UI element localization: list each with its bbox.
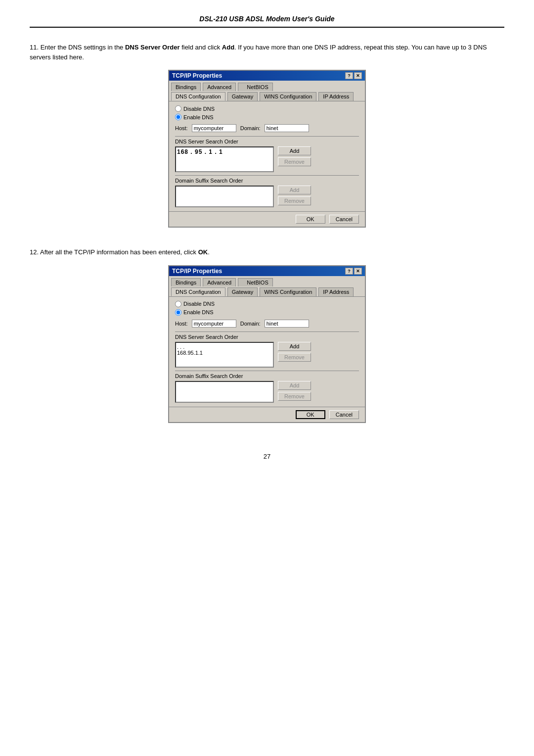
dialog1-tabs-row2: DNS Configuration Gateway WINS Configura… [171, 92, 363, 101]
dialog1-footer: OK Cancel [169, 211, 365, 227]
dialog2-dns-input-row: . . . 168.95.1.1 Add Remove [175, 342, 359, 368]
dialog1-help-btn[interactable]: ? [345, 72, 353, 79]
dialog2-dns-entry: 168.95.1.1 [177, 350, 272, 356]
dialog2-tabs-row2: DNS Configuration Gateway WINS Configura… [171, 287, 363, 296]
tab-gateway[interactable]: Gateway [227, 92, 258, 101]
dialog1-tabs-container: Bindings Advanced NetBIOS DNS Configurat… [169, 81, 365, 101]
domain-label: Domain: [240, 125, 261, 131]
dialog1-tabs-row1: Bindings Advanced NetBIOS [171, 83, 363, 91]
tab2-netbios[interactable]: NetBIOS [238, 278, 273, 286]
enable-dns-radio[interactable] [175, 114, 181, 120]
dialog1-enable-dns-row: Enable DNS [175, 114, 359, 120]
dialog2-titlebar-buttons: ? ✕ [345, 268, 362, 275]
dialog2-add-btn2[interactable]: Add [278, 381, 311, 390]
dialog1-suffix-input-row: Add Remove [175, 186, 359, 207]
dialog1-dns-input-row: 168 . 95 . 1 . 1 Add Remove [175, 146, 359, 172]
dialog1-dns-server-group: DNS Server Search Order 168 . 95 . 1 . 1… [175, 136, 359, 172]
tab2-ip-address[interactable]: IP Address [318, 287, 354, 296]
tab-wins-configuration[interactable]: WINS Configuration [260, 92, 316, 101]
dialog1-dns-buttons: Add Remove [278, 146, 311, 166]
dialog1-ok-btn[interactable]: OK [296, 215, 325, 224]
dialog2-domain-input[interactable] [265, 320, 309, 328]
dialog1-add-btn2[interactable]: Add [278, 186, 311, 194]
dialog1-add-btn[interactable]: Add [278, 146, 311, 155]
dialog2-suffix-buttons: Add Remove [278, 381, 311, 401]
step-11-block: 11. Enter the DNS settings in the DNS Se… [30, 43, 504, 228]
dialog1-remove-btn2[interactable]: Remove [278, 196, 311, 205]
dialog2-dns-buttons: Add Remove [278, 342, 311, 362]
tab2-dns-configuration[interactable]: DNS Configuration [171, 287, 225, 296]
dns-server-label: DNS Server Search Order [175, 139, 359, 144]
tab-ip-address[interactable]: IP Address [318, 92, 354, 101]
dialog1-wrapper: TCP/IP Properties ? ✕ Bindings Advanced … [30, 70, 504, 228]
tab-advanced[interactable]: Advanced [203, 83, 236, 91]
step-11-btn-name: Add [222, 44, 234, 51]
step-12-text2: . [208, 248, 210, 256]
dialog1-titlebar: TCP/IP Properties ? ✕ [169, 71, 365, 81]
tab2-bindings[interactable]: Bindings [171, 278, 201, 286]
step-12-btn-name: OK [198, 248, 208, 256]
dialog2-ok-btn[interactable]: OK [296, 410, 325, 419]
dialog2-remove-btn[interactable]: Remove [278, 353, 311, 362]
step-11-field-name: DNS Server Order [125, 44, 180, 51]
dialog2-host-label: Host: [175, 321, 188, 327]
dialog1-suffix-buttons: Add Remove [278, 186, 311, 205]
dialog2-close-btn[interactable]: ✕ [354, 268, 362, 275]
tab-bindings[interactable]: Bindings [171, 83, 201, 91]
page-number: 27 [30, 453, 504, 460]
dialog2: TCP/IP Properties ? ✕ Bindings Advanced … [168, 265, 366, 423]
dialog2-dns-dots: . . . [177, 344, 272, 350]
dialog2-dns-server-group: DNS Server Search Order . . . 168.95.1.1… [175, 331, 359, 368]
dialog1-dns-value: 168 . 95 . 1 . 1 [177, 148, 272, 155]
dialog1-suffix-box[interactable] [175, 186, 274, 207]
dialog2-dns-input-box[interactable]: . . . 168.95.1.1 [175, 342, 274, 368]
dialog2-cancel-btn[interactable]: Cancel [329, 410, 359, 419]
dialog1-content: Disable DNS Enable DNS Host: Domain: DNS… [169, 101, 365, 211]
dialog2-disable-dns-radio[interactable] [175, 301, 181, 307]
dialog2-footer: OK Cancel [169, 407, 365, 422]
dialog2-domain-label: Domain: [240, 321, 261, 327]
step-11-text2: field and click [180, 44, 222, 51]
dialog2-host-input[interactable] [192, 320, 236, 328]
dialog1-domain-suffix-group: Domain Suffix Search Order Add Remove [175, 175, 359, 207]
dialog1-remove-btn[interactable]: Remove [278, 157, 311, 166]
dialog1-cancel-btn[interactable]: Cancel [329, 215, 359, 224]
dialog1: TCP/IP Properties ? ✕ Bindings Advanced … [168, 70, 366, 228]
dialog2-domain-suffix-label: Domain Suffix Search Order [175, 373, 359, 379]
dialog2-content: Disable DNS Enable DNS Host: Domain: DNS… [169, 296, 365, 407]
dialog1-close-btn[interactable]: ✕ [354, 72, 362, 79]
tab2-gateway[interactable]: Gateway [227, 287, 258, 296]
dialog2-titlebar: TCP/IP Properties ? ✕ [169, 266, 365, 276]
domain-input[interactable] [265, 124, 309, 132]
step-12-text-before: After all the TCP/IP information has bee… [40, 248, 198, 256]
dialog2-dns-server-label: DNS Server Search Order [175, 334, 359, 340]
host-input[interactable] [192, 124, 236, 132]
dialog2-remove-btn2[interactable]: Remove [278, 392, 311, 401]
tab-dns-configuration[interactable]: DNS Configuration [171, 92, 225, 101]
dialog1-title: TCP/IP Properties [172, 72, 222, 79]
dialog1-titlebar-buttons: ? ✕ [345, 72, 362, 79]
dialog2-title: TCP/IP Properties [172, 268, 222, 275]
dialog2-tabs-container: Bindings Advanced NetBIOS DNS Configurat… [169, 276, 365, 296]
tab2-wins-configuration[interactable]: WINS Configuration [260, 287, 316, 296]
tab-netbios[interactable]: NetBIOS [238, 83, 273, 91]
dialog2-disable-dns-row: Disable DNS [175, 301, 359, 307]
dialog2-disable-dns-label: Disable DNS [183, 301, 215, 307]
host-label: Host: [175, 125, 188, 131]
dialog2-enable-dns-radio[interactable] [175, 309, 181, 316]
dialog2-wrapper: TCP/IP Properties ? ✕ Bindings Advanced … [30, 265, 504, 423]
domain-suffix-label: Domain Suffix Search Order [175, 178, 359, 184]
step-11-number: 11. [30, 44, 39, 51]
dialog2-enable-dns-row: Enable DNS [175, 309, 359, 316]
dialog1-disable-dns-row: Disable DNS [175, 105, 359, 112]
dialog2-add-btn[interactable]: Add [278, 342, 311, 351]
tab2-advanced[interactable]: Advanced [203, 278, 236, 286]
dialog2-enable-dns-label: Enable DNS [183, 309, 214, 315]
dialog2-help-btn[interactable]: ? [345, 268, 353, 275]
dialog1-dns-input-box[interactable]: 168 . 95 . 1 . 1 [175, 146, 274, 172]
header-title: DSL-210 USB ADSL Modem User's Guide [199, 15, 334, 23]
dialog2-suffix-box[interactable] [175, 381, 274, 403]
dialog2-suffix-input-row: Add Remove [175, 381, 359, 403]
disable-dns-radio[interactable] [175, 105, 181, 112]
page-header: DSL-210 USB ADSL Modem User's Guide [30, 15, 504, 28]
